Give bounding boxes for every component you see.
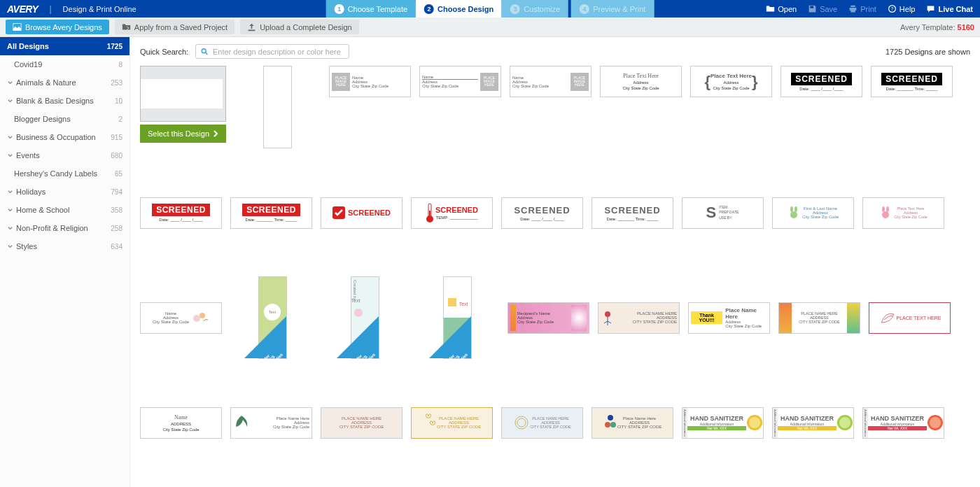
design-card[interactable]: PLACE NAME HEREADDRESSCITY STATE ZIP COD… [321, 407, 402, 439]
design-card[interactable]: Created by Text Great for HERSHEY'S NUGG… [351, 276, 379, 359]
sidebar-item-all-designs[interactable]: All Designs1725 [0, 37, 130, 55]
tropical-leaf-icon [233, 414, 250, 431]
sidebar-item-count: 8 [118, 61, 122, 69]
step-choose-design[interactable]: 2 Choose Design [416, 0, 502, 17]
sidebar-item-count: 915 [111, 134, 122, 141]
placeholder-image-icon: PLACE IMAGE HERE [570, 73, 589, 91]
design-card[interactable]: PLACE NAME HEREADDRESSCITY STATE ZIP COD… [598, 302, 680, 334]
svg-point-12 [882, 211, 889, 218]
chevron-down-icon [7, 225, 13, 232]
design-card[interactable]: PLACE IMAGE HERE NameAddressCity State Z… [329, 66, 411, 97]
placeholder-image-icon: PLACE IMAGE HERE [332, 73, 350, 91]
result-count: 1725 Designs are shown [886, 48, 970, 56]
print-button[interactable]: Print [848, 4, 876, 13]
sidebar-item-count: 1725 [107, 43, 122, 50]
upload-design-button[interactable]: Upload a Complete Design [240, 20, 358, 34]
design-card[interactable]: Text Great for HERSHEY'S NUGGETS Candies [258, 276, 287, 359]
sidebar-item-label: Hershey's Candy Labels [14, 169, 97, 178]
flower-icon [601, 307, 615, 328]
design-card[interactable]: PLACE NAME HEREADDRESSCITY STATE ZIP COD… [778, 302, 860, 334]
open-button[interactable]: Open [766, 4, 797, 13]
design-card[interactable]: NameAddressCity State Zip Code PLACE IMA… [510, 66, 592, 97]
design-card[interactable]: SCREENED [321, 197, 402, 229]
design-card[interactable]: Place Name HereAddressCity State Zip Cod… [230, 407, 312, 439]
sidebar-item-holidays[interactable]: Holidays794 [0, 183, 130, 201]
divider: | [49, 4, 51, 14]
save-button[interactable]: Save [808, 4, 837, 13]
bunny-icon [879, 206, 892, 219]
live-chat-button[interactable]: Live Chat [926, 4, 973, 13]
design-card[interactable]: S ITEM:PREP DATE:USE BY: [682, 197, 764, 229]
chevron-down-icon [7, 207, 13, 213]
chevron-down-icon [7, 244, 13, 250]
print-icon [848, 4, 858, 13]
search-input[interactable] [213, 48, 344, 56]
sidebar-item-hershey-s-candy-labels[interactable]: Hershey's Candy Labels65 [0, 164, 130, 183]
design-card[interactable]: NameAddressCity State Zip Code PLACE IMA… [419, 66, 501, 97]
chevron-down-icon [7, 189, 13, 195]
design-card-selected[interactable] [140, 66, 226, 122]
design-card[interactable]: Additional Information HAND SANITIZER Ad… [772, 407, 854, 439]
design-card[interactable]: Additional Information HAND SANITIZER Ad… [682, 407, 764, 439]
design-card[interactable]: SCREENED Date: _______ Time: _____ [592, 197, 673, 229]
design-card[interactable]: Additional Information HAND SANITIZER Ad… [862, 407, 944, 439]
search-box[interactable] [195, 44, 349, 59]
sidebar-item-styles[interactable]: Styles634 [0, 237, 130, 255]
design-card[interactable]: Place Text HereAddressCity State Zip Cod… [862, 197, 944, 229]
design-card[interactable]: Text Great for HERSHEY'S NUGGETS Candies [443, 276, 472, 359]
design-card[interactable]: Thank YOU!!! Place Name HereAddressCity … [688, 302, 770, 334]
step-choose-template[interactable]: 1 Choose Template [326, 0, 416, 17]
design-card[interactable]: Recipient's NameAddressCity State Zip Co… [507, 302, 589, 334]
sidebar-item-home-school[interactable]: Home & School358 [0, 201, 130, 219]
step-customize[interactable]: 3 Customize [502, 0, 568, 17]
chat-icon [926, 4, 935, 13]
design-card[interactable]: First & Last NameAddressCity State Zip C… [772, 197, 854, 229]
svg-point-21 [608, 415, 613, 421]
quick-search-label: Quick Search: [140, 48, 188, 56]
design-card[interactable]: PLACE NAME HEREADDRESSCITY STATE ZIP COD… [501, 407, 583, 439]
design-card[interactable]: Name ADDRESS City State Zip Code [140, 407, 222, 439]
sidebar-item-blank-basic-designs[interactable]: Blank & Basic Designs10 [0, 92, 130, 110]
sidebar-item-animals-nature[interactable]: Animals & Nature253 [0, 73, 130, 92]
design-card[interactable]: PLACE TEXT HERE [869, 302, 951, 334]
design-card[interactable]: SCREENED Date: ____ /____ /____ [780, 66, 862, 97]
sidebar-item-blogger-designs[interactable]: Blogger Designs2 [0, 110, 130, 128]
design-card[interactable]: Place Text Here Address City State Zip C… [600, 66, 682, 97]
sidebar-item-label: Business & Occupation [16, 133, 96, 141]
apply-saved-button[interactable]: Apply from a Saved Project [115, 20, 234, 34]
folder-out-icon [122, 22, 131, 31]
design-card[interactable]: SCREENEDTEMP: ____________ [411, 197, 493, 229]
open-icon [766, 4, 775, 13]
sidebar-item-count: 2 [118, 115, 122, 123]
select-design-button[interactable]: Select this Design [140, 125, 226, 143]
design-card[interactable] [263, 66, 292, 148]
hearts-icon [423, 412, 437, 433]
sidebar-item-non-profit-religion[interactable]: Non-Profit & Religion258 [0, 219, 130, 237]
citrus-icon [836, 409, 853, 437]
step-preview-print[interactable]: 4 Preview & Print [571, 0, 654, 17]
sidebar-item-count: 65 [115, 170, 122, 178]
design-card[interactable]: { Place Text HereAddressCity State Zip C… [690, 66, 772, 97]
design-card[interactable]: NameAddressCity State Zip Code [140, 302, 222, 334]
design-card[interactable]: Place Name HereADDRESSCITY STATE ZIP COD… [592, 407, 673, 439]
svg-line-4 [206, 52, 208, 55]
svg-point-15 [193, 315, 200, 322]
template-indicator: Avery Template: 5160 [900, 23, 974, 31]
design-card[interactable]: SCREENED Date: _______ Time: _____ [230, 197, 312, 229]
chevron-right-icon [213, 130, 218, 137]
sidebar-item-count: 680 [111, 152, 122, 160]
svg-point-16 [200, 313, 205, 318]
citrus-icon [746, 409, 763, 437]
design-card[interactable]: PLACE NAME HEREADDRESSCITY STATE ZIP COD… [411, 407, 493, 439]
sidebar-item-label: Styles [16, 242, 37, 250]
design-card[interactable]: SCREENED Date: ____ /____ /____ [140, 197, 222, 229]
sidebar-item-covid19[interactable]: Covid198 [0, 55, 130, 73]
browse-designs-button[interactable]: Browse Avery Designs [6, 20, 109, 34]
design-card[interactable]: SCREENED Date: ____ /____ /____ [501, 197, 583, 229]
bunny-icon [788, 206, 800, 219]
help-button[interactable]: ? Help [888, 4, 916, 13]
sidebar-item-business-occupation[interactable]: Business & Occupation915 [0, 128, 130, 146]
sidebar-item-count: 258 [111, 225, 122, 232]
design-card[interactable]: SCREENED Date: _______ Time: _____ [871, 66, 953, 97]
sidebar-item-events[interactable]: Events680 [0, 146, 130, 164]
